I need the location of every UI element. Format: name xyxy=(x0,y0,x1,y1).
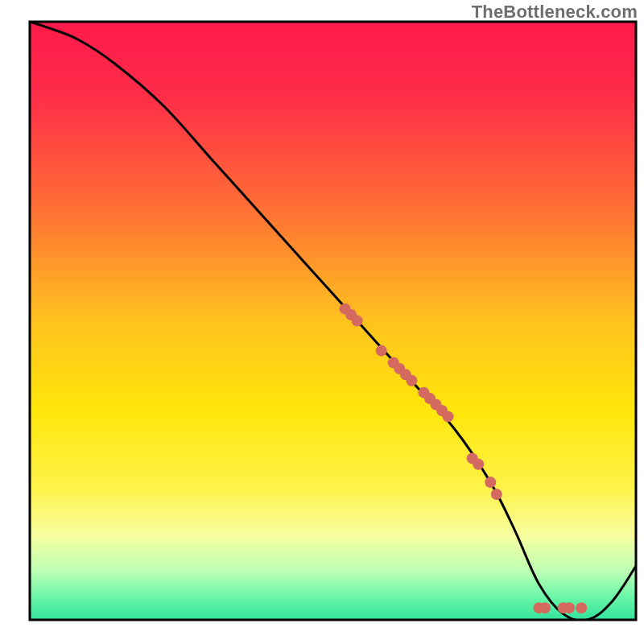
data-point xyxy=(406,375,417,386)
data-point xyxy=(352,316,363,327)
data-point xyxy=(539,602,551,613)
data-point xyxy=(491,489,502,500)
data-point xyxy=(473,459,484,470)
data-point xyxy=(443,411,454,422)
chart-svg xyxy=(0,0,644,644)
data-point xyxy=(564,602,575,613)
data-point xyxy=(576,602,587,613)
data-point xyxy=(485,477,496,488)
chart-stage: TheBottleneck.com xyxy=(0,0,644,644)
plot-background xyxy=(30,22,636,620)
data-point xyxy=(376,345,387,357)
